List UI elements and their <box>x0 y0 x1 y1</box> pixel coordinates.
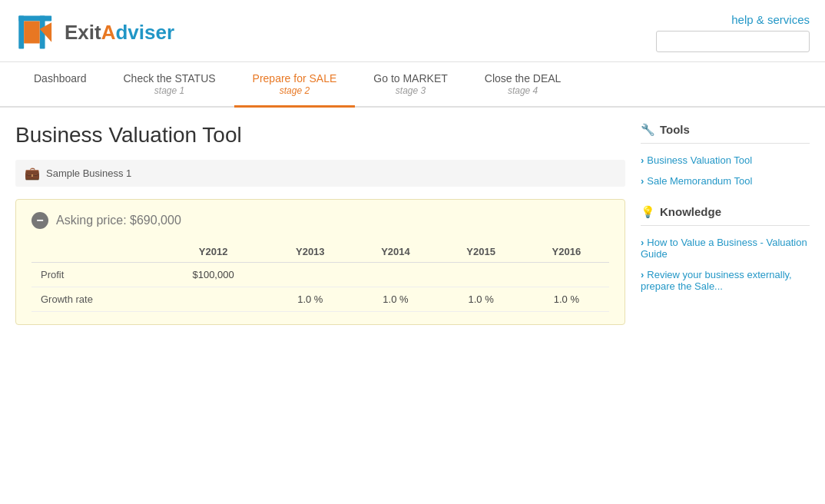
logo-exit: Exit <box>65 21 101 44</box>
logo-text: ExitAdviser <box>65 21 174 45</box>
tab-dashboard[interactable]: Dashboard <box>15 62 105 108</box>
row-growth-y2013: 1.0 % <box>267 287 353 311</box>
tools-label: Tools <box>660 123 690 136</box>
tab-dashboard-label: Dashboard <box>34 71 87 85</box>
row-profit-y2015 <box>439 262 524 287</box>
sidebar: 🔧 Tools Business Valuation Tool Sale Mem… <box>641 123 810 325</box>
tab-close-deal[interactable]: Close the DEAL stage 4 <box>466 62 580 108</box>
asking-price-label: Asking price: $690,000 <box>56 214 181 227</box>
header: ExitAdviser help & services <box>0 0 825 62</box>
tab-check-status-label: Check the STATUS <box>124 71 216 85</box>
svg-rect-3 <box>24 21 40 43</box>
row-profit-y2016 <box>524 262 609 287</box>
sidebar-link-how-to-value[interactable]: How to Value a Business - Valuation Guid… <box>641 234 810 263</box>
business-icon: 💼 <box>25 166 40 181</box>
minus-symbol: − <box>36 214 43 227</box>
sidebar-knowledge-section: 💡 Knowledge How to Value a Business - Va… <box>641 205 810 295</box>
table-row: Profit $100,000 <box>31 262 609 287</box>
business-selector[interactable]: 💼 Sample Business 1 <box>15 160 625 187</box>
col-header-y2012: Y2012 <box>159 241 267 263</box>
nav-tabs: Dashboard Check the STATUS stage 1 Prepa… <box>0 62 825 108</box>
tab-check-status-stage: stage 1 <box>124 85 216 98</box>
row-growth-y2015: 1.0 % <box>439 287 524 311</box>
col-header-y2016: Y2016 <box>524 241 609 263</box>
content-left: Business Valuation Tool 💼 Sample Busines… <box>15 123 625 325</box>
tab-go-market[interactable]: Go to MARKET stage 3 <box>355 62 466 108</box>
header-right: help & services <box>656 13 810 52</box>
svg-rect-1 <box>18 16 51 22</box>
col-header-y2015: Y2015 <box>439 241 524 263</box>
row-growth-y2012 <box>159 287 267 311</box>
minus-icon[interactable]: − <box>31 212 48 229</box>
tab-prepare-sale-label: Prepare for SALE <box>253 71 337 85</box>
row-growth-y2014: 1.0 % <box>353 287 438 311</box>
asking-price-card: − Asking price: $690,000 Y2012 Y2013 Y20… <box>15 199 625 325</box>
tab-go-market-stage: stage 3 <box>373 85 447 98</box>
col-header-y2013: Y2013 <box>267 241 353 263</box>
tab-check-status[interactable]: Check the STATUS stage 1 <box>105 62 234 108</box>
asking-price-header: − Asking price: $690,000 <box>31 212 609 229</box>
col-header-label <box>31 241 159 263</box>
sidebar-knowledge-title: 💡 Knowledge <box>641 205 810 226</box>
search-input[interactable] <box>656 31 810 52</box>
row-growth-y2016: 1.0 % <box>524 287 609 311</box>
sidebar-link-sale-memorandum[interactable]: Sale Memorandum Tool <box>641 172 810 190</box>
logo-icon <box>15 9 61 55</box>
row-profit-y2014 <box>353 262 438 287</box>
tab-prepare-sale-stage: stage 2 <box>253 85 337 98</box>
sidebar-tools-section: 🔧 Tools Business Valuation Tool Sale Mem… <box>641 123 810 190</box>
table-header-row: Y2012 Y2013 Y2014 Y2015 Y2016 <box>31 241 609 263</box>
tab-close-deal-label: Close the DEAL <box>485 71 562 85</box>
row-profit-label: Profit <box>31 262 159 287</box>
help-services-link[interactable]: help & services <box>731 13 810 26</box>
sidebar-tools-title: 🔧 Tools <box>641 123 810 144</box>
tab-go-market-label: Go to MARKET <box>373 71 447 85</box>
logo-a: A <box>101 21 116 44</box>
logo[interactable]: ExitAdviser <box>15 9 174 55</box>
data-table: Y2012 Y2013 Y2014 Y2015 Y2016 Profit $10… <box>31 241 609 312</box>
sidebar-link-review-business[interactable]: Review your business externally, prepare… <box>641 266 810 295</box>
page-title: Business Valuation Tool <box>15 123 625 148</box>
row-profit-y2013 <box>267 262 353 287</box>
main-content: Business Valuation Tool 💼 Sample Busines… <box>0 108 825 340</box>
tab-prepare-sale[interactable]: Prepare for SALE stage 2 <box>234 62 356 108</box>
col-header-y2014: Y2014 <box>353 241 438 263</box>
lightbulb-icon: 💡 <box>641 205 655 219</box>
tab-close-deal-stage: stage 4 <box>485 85 562 98</box>
row-profit-y2012: $100,000 <box>159 262 267 287</box>
row-growth-label: Growth rate <box>31 287 159 311</box>
logo-dviser: dviser <box>115 21 174 44</box>
table-row: Growth rate 1.0 % 1.0 % 1.0 % 1.0 % <box>31 287 609 311</box>
knowledge-label: Knowledge <box>660 205 721 218</box>
sidebar-link-valuation-tool[interactable]: Business Valuation Tool <box>641 151 810 169</box>
wrench-icon: 🔧 <box>641 123 655 137</box>
business-name: Sample Business 1 <box>46 167 131 179</box>
